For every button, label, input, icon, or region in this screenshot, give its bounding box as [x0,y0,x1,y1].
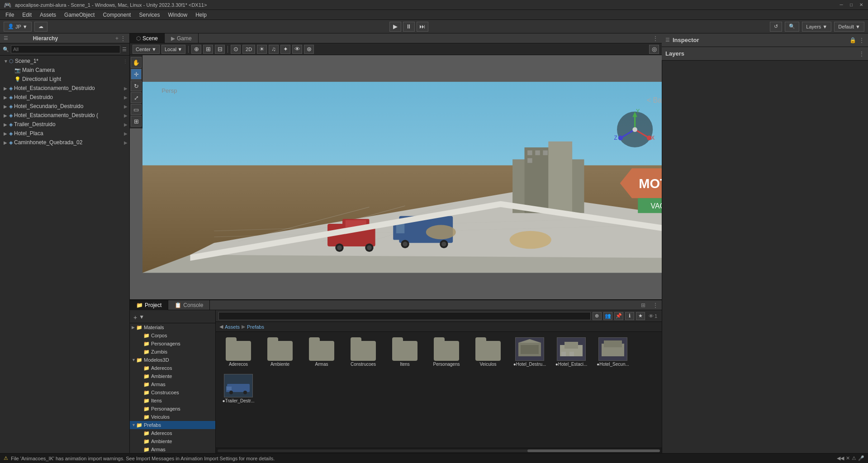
scene-tab-options[interactable]: ⋮ [649,35,662,42]
scene-view-canvas[interactable]: MOTEL VACANCY [142,55,662,299]
add-dropdown[interactable]: ▼ [139,314,144,321]
layers-button[interactable]: Layers ▼ [802,22,831,32]
ft-armas-p[interactable]: 📁 Armas [130,445,215,453]
search-button[interactable]: 🔍 [785,22,799,32]
project-info-btn[interactable]: ℹ [625,312,634,320]
breadcrumb-assets[interactable]: Assets [225,324,240,330]
asset-folder-personagens[interactable]: Personagens [427,335,465,369]
status-error-icon[interactable]: ✕ [846,455,850,461]
ft-aderecos-p[interactable]: 📁 Aderecos [130,429,215,437]
add-asset-button[interactable]: + [133,314,137,321]
asset-folder-itens[interactable]: Itens [386,335,424,369]
ft-personagens-m[interactable]: 📁 Personagens [130,405,215,413]
project-search-input[interactable] [218,312,591,320]
hierarchy-item-hotel-estac[interactable]: ▶ ◈ Hotel_Estacionamento_Destruido ▶ [0,84,129,93]
2d-button[interactable]: 2D [242,45,255,54]
hierarchy-filter-icon[interactable]: ☰ [122,47,127,52]
ft-materials[interactable]: ▶ 📁 Materials [130,323,215,331]
asset-folder-veiculos[interactable]: Veiculos [469,335,507,369]
menu-gameobject[interactable]: GameObject [61,11,98,19]
breadcrumb-back-arrow[interactable]: ◀ [219,324,223,330]
aspect-button[interactable]: ◎ [649,45,659,54]
inspector-lock-icon[interactable]: 🔒 [849,37,856,43]
step-button[interactable]: ⏭ [417,22,428,32]
project-star-btn[interactable]: ★ [636,312,645,320]
menu-services[interactable]: Services [135,11,163,19]
history-button[interactable]: ↺ [770,22,782,32]
ft-aderecos-m[interactable]: 📁 Aderecos [130,364,215,372]
menu-edit[interactable]: Edit [19,11,35,19]
ft-construcoes-m[interactable]: 📁 Construcoes [130,388,215,397]
breadcrumb-prefabs[interactable]: Prefabs [247,324,264,330]
tab-project[interactable]: 📁 Project [130,300,168,310]
persp-button[interactable]: ⊙ [231,45,241,54]
asset-prefab-trailer[interactable]: ●Trailer_Destr... [219,372,257,405]
hierarchy-search-input[interactable] [11,45,120,53]
audio-toggle[interactable]: ♫ [269,45,279,54]
horizontal-scrollbar-thumb[interactable] [527,449,660,452]
center-button[interactable]: Center ▼ [133,45,160,54]
status-message[interactable]: File 'Animacoes_IK' has animation import… [11,456,275,461]
project-collab-btn[interactable]: 👥 [603,312,612,320]
menu-help[interactable]: Help [192,11,210,19]
hierarchy-add-icon[interactable]: + [115,35,119,42]
hierarchy-item-hotel-sec[interactable]: ▶ ◈ Hotel_Secundario_Destruido ▶ [0,102,129,111]
hierarchy-item-scene[interactable]: ▼ ⬡ Scene_1* ⋮ [0,57,129,66]
hand-tool[interactable]: ✋ [131,57,142,68]
menu-component[interactable]: Component [99,11,134,19]
asset-folder-aderecos[interactable]: Aderecos [219,335,257,369]
move-tool-button[interactable]: ⊕ [191,45,201,54]
hierarchy-menu-icon[interactable]: ⋮ [120,35,126,42]
default-layout-button[interactable]: Default ▼ [834,22,864,32]
hierarchy-item-hotel-estac2[interactable]: ▶ ◈ Hotel_Estacionamento_Destruido ( ▶ [0,111,129,120]
asset-prefab-hotel-estaci[interactable]: ●Hotel_Estaci... [552,335,590,369]
hierarchy-item-hotel-placa[interactable]: ▶ ◈ Hotel_Placa ▶ [0,129,129,138]
status-collapse-icon[interactable]: ◀◀ [837,455,844,461]
ft-corpos[interactable]: 📁 Corpos [130,331,215,340]
asset-folder-armas[interactable]: Armas [303,335,341,369]
tab-scene[interactable]: ⬡ Scene [130,33,165,43]
hierarchy-item-hotel-dest[interactable]: ▶ ◈ Hotel_Destruido ▶ [0,93,129,102]
asset-prefab-hotel-secun[interactable]: ●Hotel_Secun... [594,335,632,369]
cloud-button[interactable]: ☁ [34,22,47,32]
rect-tool[interactable]: ▭ [131,104,142,115]
local-button[interactable]: Local ▼ [161,45,185,54]
rotate-tool[interactable]: ↻ [131,80,142,91]
ft-zumbis[interactable]: 📁 Zumbis [130,348,215,356]
account-button[interactable]: 👤 JP ▼ [4,22,32,32]
status-warning-icon[interactable]: ⚠ [852,455,856,461]
move-tool[interactable]: ✛ [131,69,142,80]
play-button[interactable]: ▶ [389,22,401,32]
ft-personagens[interactable]: 📁 Personagens [130,340,215,348]
light-toggle[interactable]: ☀ [257,45,267,54]
tab-game[interactable]: ▶ Game [165,33,199,43]
hidden-toggle[interactable]: 👁 [292,45,302,54]
transform-tool[interactable]: ⊞ [131,116,142,127]
maximize-button[interactable]: □ [848,2,854,8]
ft-itens-m[interactable]: 📁 Itens [130,397,215,405]
project-filter-btn[interactable]: ⊕ [593,312,602,320]
ft-modelos3d[interactable]: ▼ 📁 Modelos3D [130,356,215,364]
minimize-button[interactable]: ─ [838,2,844,8]
asset-folder-construcoes[interactable]: Construcoes [344,335,382,369]
overlay-toggle[interactable]: ⊛ [304,45,314,54]
bottom-panel-expand[interactable]: ⊞ [637,302,649,308]
ft-prefabs[interactable]: ▼ 📁 Prefabs [130,421,215,429]
hierarchy-item-trailer[interactable]: ▶ ◈ Trailer_Destruido ▶ [0,120,129,129]
ft-armas-m[interactable]: 📁 Armas [130,380,215,388]
pause-button[interactable]: ⏸ [403,22,415,32]
layers-options-icon[interactable]: ⋮ [859,51,864,57]
bottom-panel-menu[interactable]: ⋮ [649,302,662,308]
fx-toggle[interactable]: ✦ [280,45,290,54]
grid-toggle-button[interactable]: ⊞ [203,45,213,54]
close-button[interactable]: ✕ [858,2,864,8]
project-pin-btn[interactable]: 📌 [614,312,623,320]
scene-viewport[interactable]: ✋ ✛ ↻ ⤢ ▭ ⊞ [130,55,662,299]
scene-menu-icon[interactable]: ⋮ [123,59,128,64]
hierarchy-item-dir-light[interactable]: 💡 Directional Light [0,75,129,84]
hierarchy-item-caminhonete[interactable]: ▶ ◈ Caminhonete_Quebrada_02 ▶ [0,138,129,147]
asset-prefab-hotel-dest[interactable]: ●Hotel_Destru... [511,335,549,369]
scale-tool[interactable]: ⤢ [131,92,142,103]
gizmo-toggle-button[interactable]: ⊟ [215,45,225,54]
ft-ambiente-p[interactable]: 📁 Ambiente [130,437,215,445]
